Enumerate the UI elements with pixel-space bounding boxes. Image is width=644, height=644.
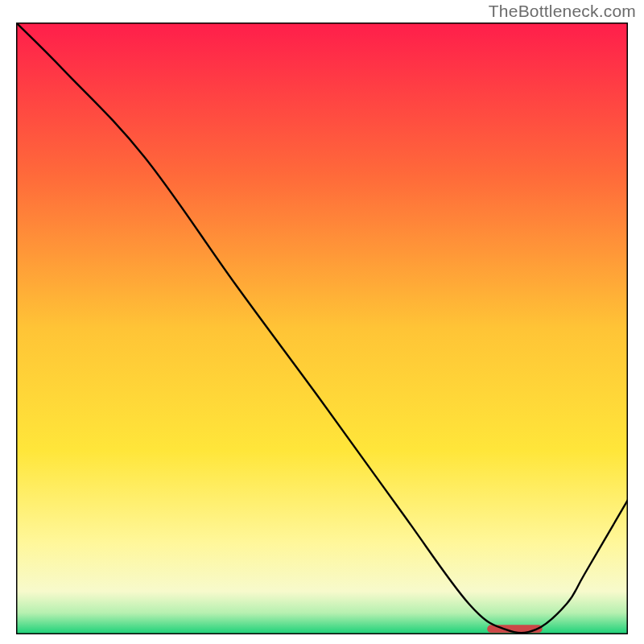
plot-area (16, 23, 628, 634)
attribution-label: TheBottleneck.com (489, 2, 636, 21)
chart-container: TheBottleneck.com (0, 0, 644, 644)
chart-svg (16, 23, 628, 634)
